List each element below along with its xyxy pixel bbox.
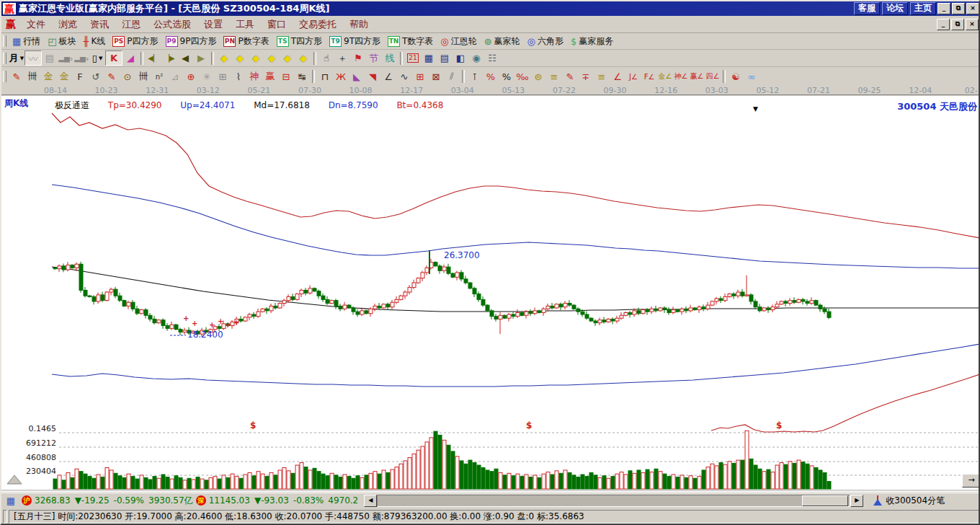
scroll-right-arrow[interactable]: ▶: [850, 495, 863, 507]
menu-item-5[interactable]: 设置: [197, 17, 229, 32]
mdi-restore-button[interactable]: ⧉: [951, 19, 964, 30]
candle-style-dropdown[interactable]: ▯▼: [89, 51, 105, 65]
shen-tool[interactable]: 神: [246, 70, 262, 84]
t-table-button[interactable]: TNT数字表: [385, 35, 436, 48]
gold-circle-tool[interactable]: ⊜: [530, 70, 546, 84]
sector-button[interactable]: ◰板块: [45, 35, 79, 48]
diamond-star-button[interactable]: ◆: [280, 51, 295, 65]
menu-item-9[interactable]: 帮助: [343, 17, 375, 32]
measure-scale-tool[interactable]: ⊺: [467, 70, 483, 84]
percent-range-tool[interactable]: %: [483, 70, 499, 84]
first-page-button[interactable]: ◀▏: [146, 51, 161, 65]
minimize-button[interactable]: _: [937, 3, 950, 14]
matrix-window-button[interactable]: ▦: [421, 51, 437, 65]
target-tool[interactable]: ⊕: [183, 70, 199, 84]
notes-window-button[interactable]: ▤: [437, 51, 453, 65]
crosshair-tool-button[interactable]: ＋: [334, 51, 350, 65]
toolbar-grip[interactable]: [3, 35, 6, 47]
diamond-shrink-button[interactable]: ◆: [248, 51, 264, 65]
close-button[interactable]: ×: [966, 3, 979, 14]
chart-scroll-right-button[interactable]: →: [962, 474, 980, 488]
marker-pen-tool[interactable]: ✎: [104, 70, 120, 84]
p-table-button[interactable]: PNP数字表: [220, 35, 272, 48]
mdi-close-button[interactable]: ×: [966, 19, 979, 30]
last-page-button[interactable]: ▕▶: [161, 51, 177, 65]
p9-square-button[interactable]: P99P四方形: [163, 35, 220, 48]
gann-wheel-button[interactable]: ◎江恩轮: [437, 35, 479, 48]
menu-item-0[interactable]: 文件: [20, 17, 52, 32]
color-chart-button[interactable]: ◢: [122, 51, 138, 65]
quote-button[interactable]: ▦行情: [9, 35, 43, 48]
menu-item-4[interactable]: 公式选股: [147, 17, 197, 32]
overlay-toggle[interactable]: 〰: [24, 50, 42, 66]
ma3-button[interactable]: ▂▅₃: [58, 51, 74, 65]
main-chart[interactable]: 0.146569121246080823040426.370018.2400$$…: [1, 96, 980, 492]
next-button[interactable]: ▶: [193, 51, 209, 65]
diamond-left-button[interactable]: ◆: [216, 51, 232, 65]
box-draw-tool[interactable]: ⊓: [317, 70, 333, 84]
cycle-circle-tool[interactable]: ⊙: [120, 70, 135, 84]
diamond-right-button[interactable]: ◆: [232, 51, 248, 65]
star-grid-tool[interactable]: ✳: [199, 70, 215, 84]
ma9-button[interactable]: ▂▅₉: [74, 51, 89, 65]
wave-mark-tool[interactable]: ⌇: [231, 70, 246, 84]
gold-angle-tool[interactable]: 金∠: [657, 70, 673, 84]
prev-button[interactable]: ◀: [177, 51, 193, 65]
customer-service-button[interactable]: 客服: [854, 2, 880, 15]
zigzag-tool[interactable]: ∿: [396, 70, 412, 84]
winner-wheel-button[interactable]: ⊚赢家轮: [481, 35, 523, 48]
web-grid-tool[interactable]: ⊞: [215, 70, 231, 84]
fan-box-tool[interactable]: ◣: [349, 70, 365, 84]
hand-tool-button[interactable]: ☝: [318, 51, 334, 65]
ying-tool[interactable]: 赢: [262, 70, 278, 84]
menu-item-1[interactable]: 浏览: [52, 17, 84, 32]
j-angle-tool[interactable]: J∠: [625, 70, 641, 84]
diamond-expand-button[interactable]: ◆: [264, 51, 280, 65]
capture-button[interactable]: ◉: [468, 51, 484, 65]
line-marker-button[interactable]: 线: [382, 51, 398, 65]
winner-service-button[interactable]: $赢家服务: [568, 35, 616, 48]
angle-tool[interactable]: ⊿: [167, 70, 183, 84]
homepage-button[interactable]: 主页: [910, 2, 936, 15]
width-measure-tool[interactable]: ↹: [294, 70, 310, 84]
market-grid-icon[interactable]: ▦: [3, 494, 19, 508]
t9-square-button[interactable]: T99T四方形: [326, 35, 383, 48]
info-panel-button[interactable]: ▤: [42, 51, 58, 65]
updown-level-tool[interactable]: ∓: [578, 70, 594, 84]
ray-fan-tool[interactable]: Ж: [333, 70, 349, 84]
scrollbar-thumb[interactable]: [802, 495, 848, 506]
menu-item-2[interactable]: 资讯: [84, 17, 115, 32]
kline-chart-canvas[interactable]: 0.146569121246080823040426.370018.2400$$…: [1, 96, 980, 492]
scroll-left-arrow[interactable]: ◀: [364, 495, 377, 507]
fib-tool[interactable]: F: [72, 70, 88, 84]
grid9-tool[interactable]: 卌: [135, 70, 151, 84]
numbered-grid-tool[interactable]: ⊟: [278, 70, 294, 84]
infinity-icon[interactable]: ∞: [744, 70, 760, 84]
hexagon-button[interactable]: ◎六角形: [525, 35, 566, 48]
fan-box2-tool[interactable]: ◥: [365, 70, 380, 84]
chart-hscrollbar[interactable]: ◀ ▶: [364, 495, 863, 507]
festival-marker-button[interactable]: 节: [366, 51, 382, 65]
t-square-button[interactable]: TST四方形: [274, 35, 325, 48]
shen-angle-tool[interactable]: 神∠: [673, 70, 689, 84]
toolbar-grip[interactable]: [3, 71, 6, 82]
red-grid-tool[interactable]: ⊞: [412, 70, 428, 84]
gold-line-tool[interactable]: ≡: [594, 70, 610, 84]
red-angle-tool[interactable]: ∠: [610, 70, 625, 84]
diamond-compass-button[interactable]: ◆: [295, 51, 311, 65]
yinyang-icon[interactable]: ☯: [728, 70, 744, 84]
parallel-lines-tool[interactable]: ⫽: [444, 70, 460, 84]
restore-chart-button[interactable]: K: [105, 50, 122, 66]
gann-grid-tool[interactable]: 卌: [24, 70, 40, 84]
p-square-button[interactable]: PSP四方形: [110, 35, 161, 48]
kline-button[interactable]: ╫K线: [81, 35, 109, 48]
scrollbar-track[interactable]: [377, 495, 850, 507]
print-button[interactable]: ☷: [484, 51, 500, 65]
permille-tool[interactable]: ‰: [514, 70, 530, 84]
period-month-dropdown[interactable]: 月▼: [9, 51, 24, 65]
spiral-tool[interactable]: ↺: [88, 70, 104, 84]
red-grid2-tool[interactable]: ⊠: [428, 70, 444, 84]
ying-angle-tool[interactable]: 赢∠: [689, 70, 705, 84]
four-angle-tool[interactable]: 四∠: [705, 70, 721, 84]
menu-item-3[interactable]: 江恩: [115, 17, 147, 32]
